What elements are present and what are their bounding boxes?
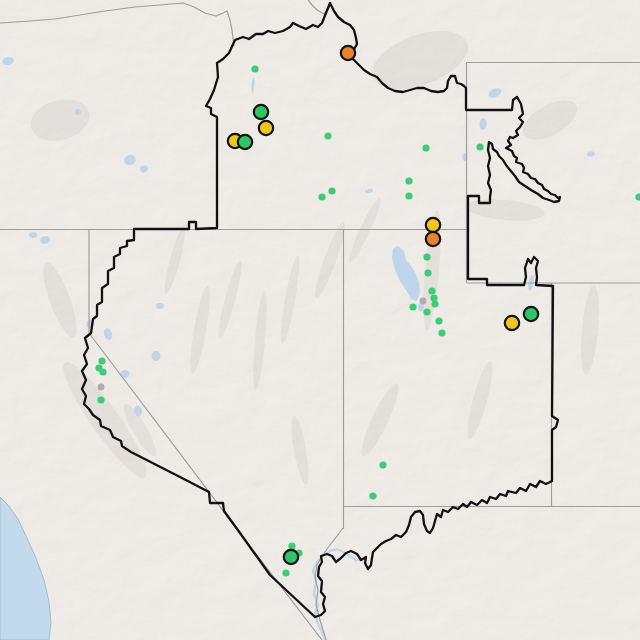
site-marker-large-green[interactable] <box>524 307 538 321</box>
site-marker-small[interactable] <box>251 65 258 72</box>
lake <box>152 351 161 361</box>
site-marker-small[interactable] <box>99 368 106 375</box>
site-marker-large-orange[interactable] <box>426 232 440 246</box>
site-marker-small[interactable] <box>430 294 437 301</box>
site-marker-small[interactable] <box>98 357 105 364</box>
site-marker-small[interactable] <box>324 132 331 139</box>
terrain-texture <box>0 0 640 640</box>
map-canvas[interactable] <box>0 0 640 640</box>
site-marker-small[interactable] <box>422 144 429 151</box>
site-marker-large-yellow[interactable] <box>426 218 440 232</box>
site-marker-small[interactable] <box>435 317 442 324</box>
site-marker-inactive[interactable] <box>98 384 105 391</box>
site-marker-large-green[interactable] <box>254 105 268 119</box>
site-marker-small[interactable] <box>424 269 431 276</box>
site-marker-small[interactable] <box>369 492 376 499</box>
site-marker-large-green[interactable] <box>238 135 252 149</box>
site-marker-small[interactable] <box>97 396 104 403</box>
lake <box>29 232 37 238</box>
site-marker-small[interactable] <box>438 329 445 336</box>
site-marker-small[interactable] <box>318 193 325 200</box>
site-marker-small[interactable] <box>405 192 412 199</box>
site-marker-large-yellow[interactable] <box>259 121 273 135</box>
site-marker-small[interactable] <box>282 569 289 576</box>
site-marker-small[interactable] <box>423 308 430 315</box>
site-marker-large-green[interactable] <box>284 550 298 564</box>
site-marker-large-orange[interactable] <box>341 46 355 60</box>
site-marker-small[interactable] <box>431 300 438 307</box>
site-marker-small[interactable] <box>428 287 435 294</box>
terrain-layer <box>0 0 640 640</box>
site-marker-small[interactable] <box>409 303 416 310</box>
lake <box>156 303 164 309</box>
site-marker-small[interactable] <box>328 187 335 194</box>
site-marker-inactive[interactable] <box>420 298 427 305</box>
site-marker-small[interactable] <box>476 143 483 150</box>
site-marker-small[interactable] <box>288 542 295 549</box>
site-marker-large-yellow[interactable] <box>505 316 519 330</box>
map-viewport <box>0 0 640 640</box>
site-marker-small[interactable] <box>379 461 386 468</box>
lake <box>75 109 81 115</box>
site-marker-small[interactable] <box>405 177 412 184</box>
site-marker-small[interactable] <box>423 253 430 260</box>
